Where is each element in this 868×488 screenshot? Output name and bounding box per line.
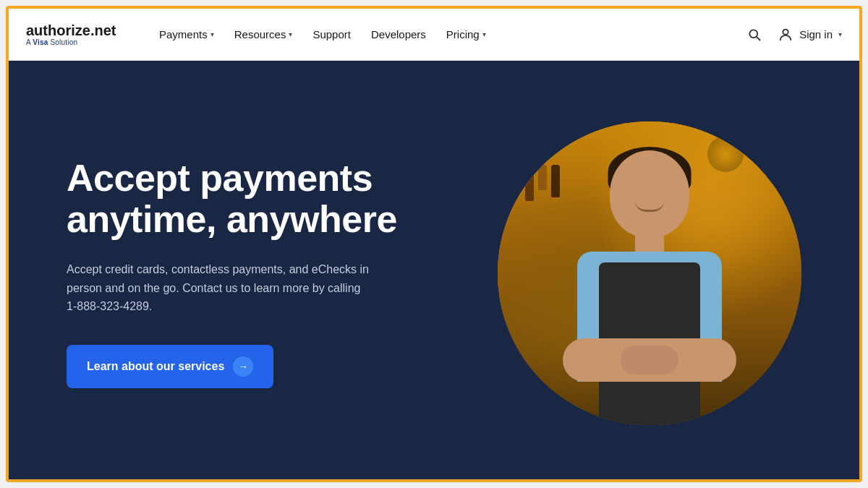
hero-description: Accept credit cards, contactless payment… (67, 260, 370, 316)
site-header: authorize.net A Visa Solution Payments ▾… (9, 9, 859, 61)
nav-payments-label: Payments (159, 28, 208, 40)
svg-line-1 (757, 36, 760, 40)
hero-cta-button[interactable]: Learn about our services → (67, 345, 273, 388)
user-icon (778, 27, 793, 43)
hero-cta-label: Learn about our services (87, 360, 224, 373)
main-nav: Payments ▾ Resources ▾ Support Developer… (150, 22, 743, 46)
nav-support[interactable]: Support (304, 22, 359, 46)
nav-resources-label: Resources (234, 28, 286, 40)
hero-image (498, 121, 801, 425)
logo-area[interactable]: authorize.net A Visa Solution (26, 22, 127, 46)
logo-text: authorize.net (26, 22, 127, 38)
payments-chevron-icon: ▾ (210, 30, 214, 38)
header-actions: Sign in ▾ (743, 23, 842, 46)
nav-developers[interactable]: Developers (362, 22, 435, 46)
resources-chevron-icon: ▾ (289, 30, 292, 38)
nav-support-label: Support (312, 28, 351, 40)
hero-illustration (498, 121, 801, 425)
hero-title: Accept payments anytime, anywhere (67, 158, 443, 240)
nav-resources[interactable]: Resources ▾ (226, 22, 302, 46)
browser-frame: authorize.net A Visa Solution Payments ▾… (6, 6, 862, 482)
hero-section: Accept payments anytime, anywhere Accept… (9, 61, 859, 482)
search-button[interactable] (743, 23, 766, 46)
hero-content: Accept payments anytime, anywhere Accept… (67, 158, 443, 388)
cta-arrow-icon: → (233, 356, 253, 377)
nav-pricing-label: Pricing (446, 28, 480, 40)
logo-brand-name: authorize.net (26, 22, 116, 38)
search-icon (747, 27, 762, 42)
sign-in-chevron-icon: ▾ (838, 30, 842, 38)
nav-developers-label: Developers (371, 28, 426, 40)
nav-payments[interactable]: Payments ▾ (150, 22, 223, 46)
sign-in-button[interactable]: Sign in ▾ (778, 27, 842, 43)
sign-in-label: Sign in (799, 28, 833, 40)
nav-pricing[interactable]: Pricing ▾ (438, 22, 495, 46)
logo-tagline: A Visa Solution (26, 38, 127, 46)
pricing-chevron-icon: ▾ (482, 30, 486, 38)
svg-point-2 (783, 29, 788, 34)
